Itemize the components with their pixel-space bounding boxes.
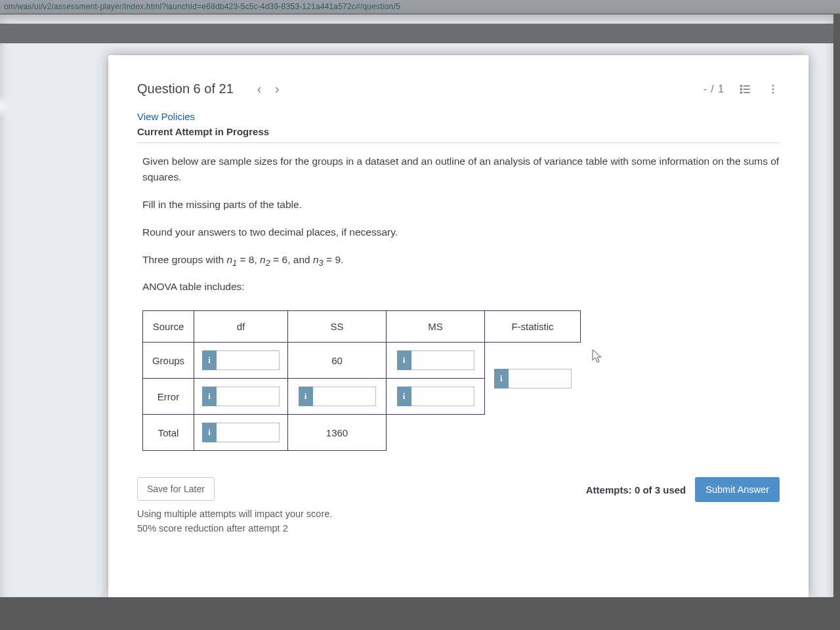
app-top-band [0, 24, 833, 43]
assessment-page: Question 6 of 21 ‹ › - / 1 [108, 55, 808, 597]
error-ms-input[interactable] [411, 387, 474, 406]
question-list-icon[interactable] [739, 83, 752, 96]
prompt-p5: ANOVA table includes: [142, 279, 780, 295]
prompt-p2: Fill in the missing parts of the table. [142, 197, 780, 213]
anova-total-row: Total i 1360 [143, 415, 581, 451]
attempt-note: Using multiple attempts will impact your… [137, 507, 332, 536]
svg-point-6 [772, 85, 774, 87]
question-header: Question 6 of 21 ‹ › - / 1 [137, 79, 780, 99]
attempt-status: Current Attempt in Progress [137, 126, 780, 137]
col-ms: MS [387, 311, 485, 343]
error-ss-input[interactable] [313, 387, 376, 406]
divider [137, 142, 780, 143]
footer: Save for Later Using multiple attempts w… [137, 477, 780, 536]
info-icon[interactable]: i [202, 350, 217, 370]
groups-ms-field: i [397, 350, 474, 370]
total-df-field: i [202, 423, 280, 442]
error-ms-field: i [397, 387, 474, 406]
viewport: Question 6 of 21 ‹ › - / 1 [0, 14, 833, 597]
error-ss-field: i [299, 387, 376, 406]
groups-ss: 60 [288, 343, 387, 379]
f-stat-field: i [494, 369, 572, 388]
score-indicator: - / 1 [703, 83, 724, 95]
groups-df-input[interactable] [217, 350, 280, 370]
svg-point-7 [772, 88, 774, 90]
groups-label: Groups [143, 343, 194, 379]
anova-head-row: Source df SS MS F-statistic [143, 311, 581, 343]
info-icon[interactable]: i [202, 423, 217, 442]
total-df-input[interactable] [217, 423, 280, 442]
anova-table: Source df SS MS F-statistic Groups i 60 … [142, 310, 581, 451]
error-df-field: i [202, 387, 280, 406]
svg-point-3 [740, 85, 742, 87]
info-icon[interactable]: i [397, 350, 411, 370]
prompt-p3: Round your answers to two decimal places… [142, 224, 780, 240]
screen-glare [0, 93, 9, 119]
f-stat-input[interactable] [509, 369, 572, 388]
info-icon[interactable]: i [494, 369, 509, 388]
info-icon[interactable]: i [397, 387, 411, 406]
question-title: Question 6 of 21 [137, 81, 234, 96]
col-source: Source [143, 311, 194, 343]
total-label: Total [143, 415, 194, 451]
groups-df-field: i [202, 350, 280, 370]
col-f: F-statistic [485, 311, 581, 343]
submit-answer-button[interactable]: Submit Answer [695, 477, 780, 502]
info-icon[interactable]: i [202, 387, 217, 406]
groups-ms-input[interactable] [411, 350, 474, 370]
prev-question-button[interactable]: ‹ [252, 79, 267, 99]
prompt-p1: Given below are sample sizes for the gro… [142, 154, 780, 185]
svg-point-8 [772, 91, 774, 93]
total-ss: 1360 [288, 415, 387, 451]
col-ss: SS [288, 311, 387, 343]
svg-point-5 [740, 92, 742, 93]
anova-groups-row: Groups i 60 i i [143, 343, 581, 379]
save-for-later-button[interactable]: Save for Later [137, 477, 215, 501]
col-df: df [194, 311, 288, 343]
info-icon[interactable]: i [299, 387, 313, 406]
prompt-p4: Three groups with n1 = 8, n2 = 6, and n3… [142, 252, 780, 270]
question-body: Given below are sample sizes for the gro… [137, 154, 780, 451]
view-policies-link[interactable]: View Policies [137, 111, 195, 122]
error-label: Error [143, 379, 194, 415]
svg-point-4 [740, 89, 742, 90]
next-question-button[interactable]: › [270, 79, 285, 99]
attempts-counter: Attempts: 0 of 3 used [586, 484, 686, 495]
browser-url-bar: om/was/ui/v2/assessment-player/index.htm… [0, 0, 840, 14]
error-df-input[interactable] [217, 387, 280, 406]
more-menu-icon[interactable] [766, 83, 780, 96]
